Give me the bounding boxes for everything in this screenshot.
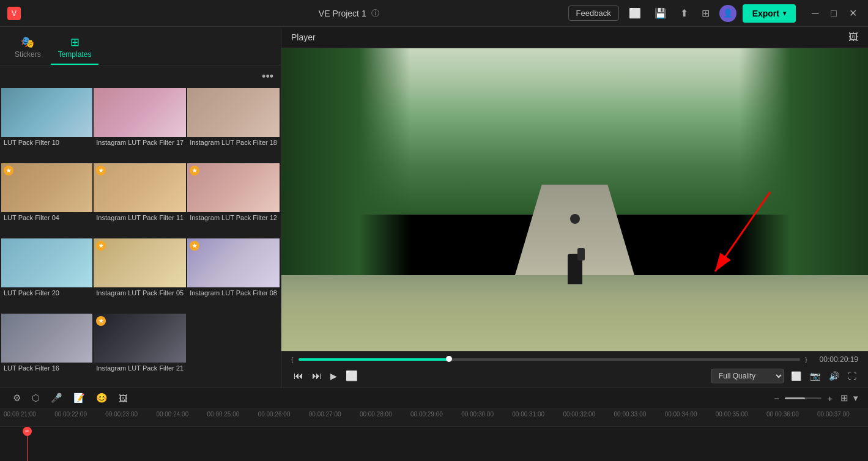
ruler-tick: 00:00:27:00 <box>309 411 360 418</box>
ruler-tick: 00:00:33:00 <box>614 411 665 418</box>
list-item[interactable]: ★ Instagram LUT Pack Filter 21 <box>94 314 186 388</box>
audio-icon-button[interactable]: 🔊 <box>827 369 841 383</box>
timeline-zoom-row: − + <box>771 391 836 405</box>
timeline-track-area[interactable]: ✂ <box>0 427 868 461</box>
right-panel: Player 🖼 <box>281 27 868 388</box>
ruler-tick: 00:00:37:00 <box>817 411 868 418</box>
ruler-tick: 00:00:31:00 <box>512 411 563 418</box>
maximize-button[interactable]: □ <box>827 6 840 20</box>
list-item[interactable]: LUT Pack Filter 16 <box>1 314 92 388</box>
monitor-icon-button[interactable]: ⬜ <box>625 5 645 21</box>
list-item[interactable]: LUT Pack Filter 20 <box>1 238 92 312</box>
list-item[interactable]: Instagram LUT Pack Filter 18 <box>187 88 280 162</box>
more-options-button[interactable]: ••• <box>262 70 273 83</box>
controls-row: ⏮ ⏭ ▶ ⬜ Full Quality Half Quality Quarte… <box>291 367 858 384</box>
media-label: Instagram LUT Pack Filter 17 <box>94 137 186 150</box>
media-label: LUT Pack Filter 04 <box>1 212 92 225</box>
timeline-more-button[interactable]: ▾ <box>853 393 858 404</box>
progress-handle[interactable] <box>446 356 452 362</box>
ruler-tick: 00:00:26:00 <box>258 411 309 418</box>
list-item[interactable]: ★ Instagram LUT Pack Filter 11 <box>94 163 186 237</box>
timeline-toolbar: ⚙ ⬡ 🎤 📝 😊 🖼 − + ⊞ ▾ <box>0 388 868 408</box>
title-bar: V VE Project 1 ⓘ Feedback ⬜ 💾 ⬆ ⊞ 👤 Expo… <box>0 0 868 27</box>
tab-templates-label: Templates <box>58 50 92 59</box>
player-fullscreen-button[interactable]: 🖼 <box>848 32 858 43</box>
list-item[interactable]: ★ Instagram LUT Pack Filter 08 <box>187 238 280 312</box>
close-button[interactable]: ✕ <box>845 6 861 20</box>
export-label: Export <box>752 9 779 18</box>
player-controls: { } 00:00:20:19 ⏮ ⏭ ▶ ⬜ <box>281 351 868 388</box>
project-status-icon: ⓘ <box>371 8 379 19</box>
zoom-in-button[interactable]: + <box>824 391 836 405</box>
marker-right: } <box>805 356 807 363</box>
zoom-track[interactable] <box>785 397 822 399</box>
tab-stickers-label: Stickers <box>15 50 41 59</box>
ruler-tick: 00:00:23:00 <box>105 411 156 418</box>
project-title: VE Project 1 <box>319 9 366 18</box>
timeline-section: ⚙ ⬡ 🎤 📝 😊 🖼 − + ⊞ ▾ 00:00:21:00 00:00:22… <box>0 388 868 461</box>
display-icon-button[interactable]: ⬜ <box>789 369 803 383</box>
list-item[interactable]: ★ Instagram LUT Pack Filter 05 <box>94 238 186 312</box>
step-back-button[interactable]: ⏮ <box>291 368 306 384</box>
player-title: Player <box>291 32 316 42</box>
templates-icon: ⊞ <box>70 35 80 49</box>
media-label: Instagram LUT Pack Filter 05 <box>94 287 186 300</box>
save-icon-button[interactable]: 💾 <box>651 5 670 21</box>
ruler-tick: 00:00:35:00 <box>716 411 766 418</box>
scissors-icon: ✂ <box>25 429 29 434</box>
timeline-face-button[interactable]: 😊 <box>93 391 111 405</box>
playhead-head: ✂ <box>23 427 32 436</box>
tab-templates[interactable]: ⊞ Templates <box>51 32 99 65</box>
timeline-playhead: ✂ <box>27 427 28 461</box>
media-label: Instagram LUT Pack Filter 08 <box>187 287 280 300</box>
app-logo: V <box>7 7 21 20</box>
export-button[interactable]: Export ▾ <box>743 4 796 23</box>
media-label: Instagram LUT Pack Filter 11 <box>94 212 186 225</box>
ruler-tick: 00:00:24:00 <box>156 411 207 418</box>
timeline-caption-button[interactable]: 📝 <box>70 391 88 405</box>
progress-bar-fill <box>299 358 449 361</box>
feedback-button[interactable]: Feedback <box>568 6 619 21</box>
main-content: 🎭 Stickers ⊞ Templates ••• LUT Pack Filt… <box>0 27 868 388</box>
progress-bar-track[interactable] <box>299 358 800 361</box>
ruler-labels: 00:00:21:00 00:00:22:00 00:00:23:00 00:0… <box>0 408 868 418</box>
timeline-settings-button[interactable]: ⚙ <box>10 391 24 405</box>
left-panel: 🎭 Stickers ⊞ Templates ••• LUT Pack Filt… <box>0 27 281 388</box>
timeline-mic-button[interactable]: 🎤 <box>48 391 65 405</box>
tab-stickers[interactable]: 🎭 Stickers <box>7 32 48 65</box>
minimize-button[interactable]: ─ <box>808 6 822 20</box>
list-item[interactable]: ★ Instagram LUT Pack Filter 12 <box>187 163 280 237</box>
upload-icon-button[interactable]: ⬆ <box>677 5 692 21</box>
ruler-tick: 00:00:32:00 <box>563 411 614 418</box>
media-grid: LUT Pack Filter 10 Instagram LUT Pack Fi… <box>0 88 281 388</box>
title-bar-center: VE Project 1 ⓘ <box>130 8 568 19</box>
list-item[interactable]: LUT Pack Filter 10 <box>1 88 92 162</box>
screenshot-icon-button[interactable]: 📷 <box>808 369 822 383</box>
zoom-out-button[interactable]: − <box>771 391 782 405</box>
quality-select[interactable]: Full Quality Half Quality Quarter Qualit… <box>711 369 784 383</box>
timeline-layout-button[interactable]: ⊞ <box>840 393 848 404</box>
stop-button[interactable]: ⬜ <box>343 367 360 384</box>
ruler-tick: 00:00:30:00 <box>461 411 512 418</box>
user-avatar[interactable]: 👤 <box>719 5 736 22</box>
window-controls: ─ □ ✕ <box>808 6 861 20</box>
ruler-tick: 00:00:25:00 <box>207 411 258 418</box>
zoom-fill <box>785 397 805 399</box>
fullscreen-icon-button[interactable]: ⛶ <box>846 369 858 383</box>
panel-grid-options: ••• <box>0 65 281 88</box>
progress-bar-row: { } 00:00:20:19 <box>291 355 858 364</box>
premium-badge: ★ <box>4 166 13 175</box>
controls-left: ⏮ ⏭ ▶ ⬜ <box>291 367 360 384</box>
step-forward-button[interactable]: ⏭ <box>310 368 324 384</box>
timeline-image-button[interactable]: 🖼 <box>116 391 131 405</box>
panel-tabs: 🎭 Stickers ⊞ Templates <box>0 27 281 65</box>
ruler-tick: 00:00:21:00 <box>2 411 54 418</box>
list-item[interactable]: ★ LUT Pack Filter 04 <box>1 163 92 237</box>
grid-icon-button[interactable]: ⊞ <box>698 5 713 21</box>
list-item[interactable]: Instagram LUT Pack Filter 17 <box>94 88 186 162</box>
timeline-mask-button[interactable]: ⬡ <box>29 391 43 405</box>
ruler-tick: 00:00:28:00 <box>360 411 410 418</box>
media-label: LUT Pack Filter 16 <box>1 363 92 375</box>
ruler-tick: 00:00:34:00 <box>665 411 716 418</box>
play-button[interactable]: ▶ <box>328 369 339 383</box>
